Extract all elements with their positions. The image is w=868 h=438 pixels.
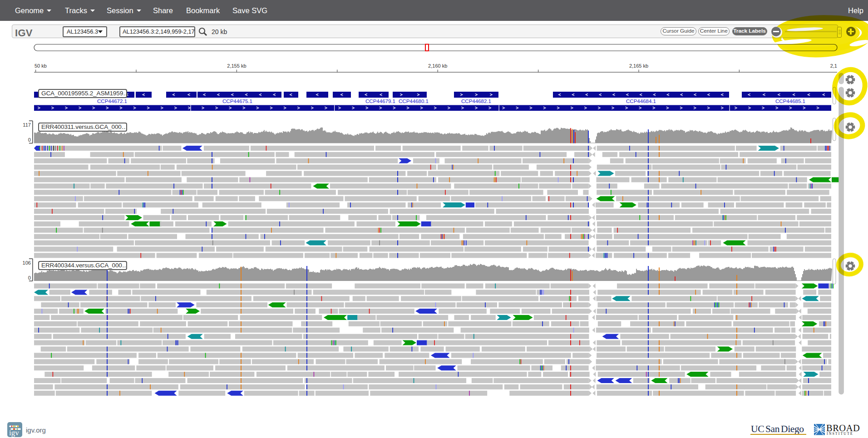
svg-text:0: 0: [28, 275, 31, 281]
svg-text:CCP44682.1: CCP44682.1: [461, 98, 491, 104]
svg-text:igv: igv: [9, 428, 19, 437]
svg-text:CCP44679.1: CCP44679.1: [365, 98, 395, 104]
svg-text:CCP44685.1: CCP44685.1: [775, 98, 805, 104]
svg-text:2,165 kb: 2,165 kb: [629, 63, 648, 69]
svg-text:2,155 kb: 2,155 kb: [227, 63, 246, 69]
svg-text:0: 0: [28, 137, 31, 143]
svg-text:2,160 kb: 2,160 kb: [428, 63, 447, 69]
svg-text:CCP44672.1: CCP44672.1: [97, 98, 127, 104]
svg-text:106: 106: [23, 260, 31, 266]
svg-text:117: 117: [23, 122, 31, 128]
svg-text:CCP44680.1: CCP44680.1: [399, 98, 429, 104]
svg-text:50 kb: 50 kb: [35, 63, 47, 69]
svg-text:CCP44675.1: CCP44675.1: [222, 98, 252, 104]
svg-text:CCP44684.1: CCP44684.1: [626, 98, 656, 104]
svg-text:2,170 kb: 2,170 kb: [830, 63, 849, 69]
